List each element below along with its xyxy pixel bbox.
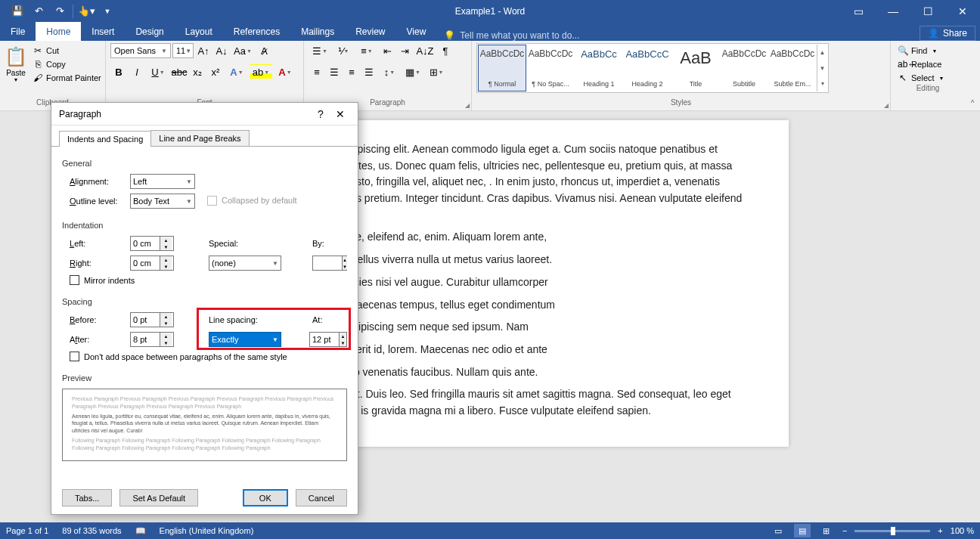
expand-icon[interactable]: ▾ [817, 76, 827, 91]
tab-layout[interactable]: Layout [175, 22, 223, 41]
by-input[interactable] [313, 259, 342, 268]
decrease-indent-icon[interactable]: ⇤ [379, 43, 395, 58]
at-spinner[interactable]: ▲▼ [309, 332, 347, 347]
align-right-icon[interactable]: ≡ [343, 64, 360, 79]
style-item[interactable]: AaBbCcDc¶ No Spac... [526, 45, 575, 91]
tab-design[interactable]: Design [125, 22, 174, 41]
outline-combo[interactable]: Body Text▼ [130, 194, 195, 209]
style-item[interactable]: AaBbCcDcSubtle Em... [768, 45, 817, 91]
dialog-close-icon[interactable]: ✕ [330, 108, 350, 120]
spinner-up-icon[interactable]: ▲ [340, 333, 346, 339]
font-name-combo[interactable]: Open Sans▼ [110, 43, 171, 58]
spinner-down-icon[interactable]: ▼ [340, 339, 346, 346]
show-marks-icon[interactable]: ¶ [437, 43, 454, 58]
set-default-button[interactable]: Set As Default [119, 489, 198, 506]
font-color-icon[interactable]: A▼ [274, 64, 296, 79]
language-status[interactable]: English (United Kingdom) [160, 526, 254, 535]
ribbon-options-icon[interactable]: ▭ [841, 0, 876, 22]
zoom-in-icon[interactable]: + [938, 526, 942, 535]
subscript-icon[interactable]: x₂ [189, 64, 206, 79]
tell-me-search[interactable]: 💡 Tell me what you want to do... [444, 30, 579, 41]
collapse-ribbon-icon[interactable]: ^ [965, 41, 980, 110]
touch-mode-icon[interactable]: 👆▾ [76, 2, 96, 20]
sort-icon[interactable]: A↓Z [414, 43, 436, 58]
styles-gallery[interactable]: AaBbCcDc¶ NormalAaBbCcDc¶ No Spac...AaBb… [476, 43, 829, 93]
dialog-help-icon[interactable]: ? [311, 108, 330, 120]
paste-button[interactable]: 📋 Paste ▼ [5, 43, 27, 82]
underline-icon[interactable]: U▼ [147, 64, 169, 79]
strikethrough-icon[interactable]: abc [171, 64, 188, 79]
shading-icon[interactable]: ▦▼ [402, 64, 424, 79]
increase-indent-icon[interactable]: ⇥ [396, 43, 413, 58]
left-indent-input[interactable] [131, 239, 160, 248]
tab-home[interactable]: Home [36, 22, 81, 41]
word-count[interactable]: 89 of 335 words [62, 526, 121, 535]
spinner-down-icon[interactable]: ▼ [160, 243, 172, 250]
styles-launcher-icon[interactable]: ◢ [884, 102, 889, 109]
print-layout-icon[interactable]: ▤ [794, 524, 811, 537]
left-indent-spinner[interactable]: ▲▼ [130, 236, 174, 251]
spinner-up-icon[interactable]: ▲ [160, 237, 172, 243]
at-input[interactable] [310, 335, 339, 344]
italic-icon[interactable]: I [129, 64, 145, 79]
decrease-font-icon[interactable]: A↓ [213, 43, 230, 58]
tabs-button[interactable]: Tabs... [62, 489, 112, 506]
justify-icon[interactable]: ☰ [361, 64, 377, 79]
dialog-titlebar[interactable]: Paragraph ? ✕ [51, 103, 358, 125]
spinner-up-icon[interactable]: ▲ [160, 333, 172, 339]
change-case-icon[interactable]: Aa▼ [231, 43, 254, 58]
select-button[interactable]: ↖Select▼ [895, 72, 960, 84]
undo-icon[interactable]: ↶ [29, 2, 48, 20]
tab-line-breaks[interactable]: Line and Page Breaks [150, 130, 249, 146]
share-button[interactable]: 👤 Share [920, 26, 975, 41]
redo-icon[interactable]: ↷ [50, 2, 70, 20]
ok-button[interactable]: OK [243, 489, 288, 506]
mirror-indents-checkbox[interactable] [70, 275, 79, 285]
numbering-icon[interactable]: ⅟▼ [332, 43, 355, 58]
paragraph-launcher-icon[interactable]: ◢ [465, 102, 470, 109]
right-indent-spinner[interactable]: ▲▼ [130, 256, 174, 271]
dont-add-space-checkbox[interactable] [70, 352, 79, 361]
spinner-down-icon[interactable]: ▼ [160, 339, 172, 346]
after-spinner[interactable]: ▲▼ [130, 332, 174, 347]
right-indent-input[interactable] [131, 259, 160, 268]
proofing-icon[interactable]: 📖 [135, 526, 146, 536]
multilevel-icon[interactable]: ≡▼ [355, 43, 378, 58]
close-icon[interactable]: ✕ [945, 0, 980, 22]
tab-file[interactable]: File [0, 22, 36, 41]
by-spinner[interactable]: ▲▼ [312, 256, 347, 271]
page-status[interactable]: Page 1 of 1 [6, 526, 48, 535]
bold-icon[interactable]: B [110, 64, 127, 79]
clear-formatting-icon[interactable]: A̷ [256, 43, 272, 58]
special-combo[interactable]: (none)▼ [209, 256, 281, 271]
highlight-icon[interactable]: ab▼ [250, 64, 272, 79]
find-button[interactable]: 🔍Find▼ [895, 45, 960, 57]
alignment-combo[interactable]: Left▼ [130, 174, 195, 189]
minimize-icon[interactable]: — [876, 0, 910, 22]
spinner-down-icon[interactable]: ▼ [160, 320, 172, 327]
zoom-out-icon[interactable]: − [842, 526, 847, 535]
tab-insert[interactable]: Insert [81, 22, 125, 41]
tab-review[interactable]: Review [345, 22, 395, 41]
web-layout-icon[interactable]: ⊞ [818, 524, 835, 537]
style-item[interactable]: AaBbCcDcSubtitle [720, 45, 768, 91]
bullets-icon[interactable]: ☰▼ [309, 43, 331, 58]
scroll-down-icon[interactable]: ▼ [817, 60, 827, 76]
customize-qat-icon[interactable]: ▼ [98, 2, 117, 20]
replace-button[interactable]: ab↔Replace [895, 58, 960, 70]
cancel-button[interactable]: Cancel [296, 489, 347, 506]
spinner-down-icon[interactable]: ▼ [343, 263, 347, 270]
tab-view[interactable]: View [396, 22, 437, 41]
linespacing-combo[interactable]: Exactly▼ [209, 332, 281, 347]
read-mode-icon[interactable]: ▭ [770, 524, 786, 537]
scroll-up-icon[interactable]: ▲ [817, 45, 827, 60]
text-effects-icon[interactable]: A▼ [225, 64, 248, 79]
maximize-icon[interactable]: ☐ [910, 0, 945, 22]
zoom-thumb[interactable] [891, 527, 895, 535]
style-item[interactable]: AaBbCcHeading 1 [575, 45, 623, 91]
copy-button[interactable]: ⎘Copy [30, 58, 104, 70]
after-input[interactable] [131, 335, 160, 344]
zoom-slider[interactable] [854, 530, 930, 532]
superscript-icon[interactable]: x² [207, 64, 224, 79]
gallery-more[interactable]: ▲▼▾ [817, 45, 827, 91]
